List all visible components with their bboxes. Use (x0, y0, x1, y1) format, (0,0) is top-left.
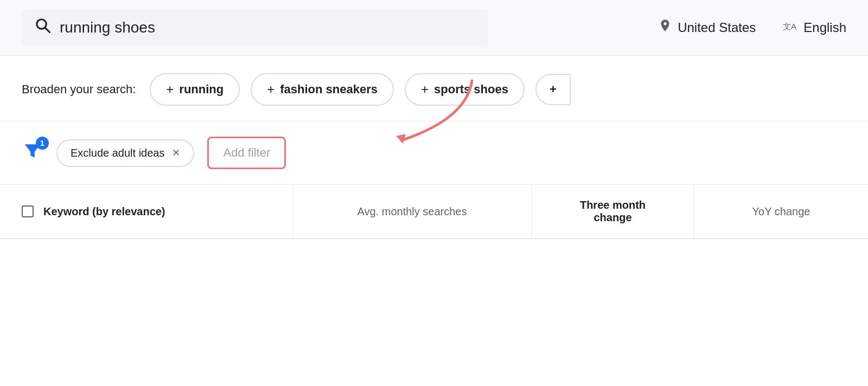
broaden-section: Broaden your search: + running + fashion… (0, 56, 868, 121)
select-all-checkbox[interactable] (22, 205, 34, 217)
table-col-keyword: Keyword (by relevance) (0, 185, 293, 238)
filter-icon-wrap[interactable]: 1 (22, 141, 43, 165)
col-yoy-label: YoY change (752, 205, 810, 218)
search-icon (35, 17, 51, 37)
broaden-label: Broaden your search: (22, 82, 136, 97)
suggestion-chip-running[interactable]: + running (150, 73, 240, 106)
suggestion-chip-sports-shoes[interactable]: + sports shoes (405, 73, 525, 106)
language-label: English (803, 20, 846, 35)
filter-wrapper: 1 Exclude adult ideas ✕ Add filter (0, 121, 868, 185)
location-icon (658, 18, 672, 36)
table-col-avg-monthly: Avg. monthly searches (293, 185, 532, 238)
suggestion-chip-fashion-sneakers[interactable]: + fashion sneakers (251, 73, 394, 106)
exclude-adult-filter-chip[interactable]: Exclude adult ideas ✕ (56, 139, 194, 167)
table-col-yoy: YoY change (694, 185, 868, 238)
table-header: Keyword (by relevance) Avg. monthly sear… (0, 185, 868, 239)
filter-badge-count: 1 (36, 137, 49, 150)
close-icon[interactable]: ✕ (172, 147, 180, 159)
chip-label-running: running (179, 82, 224, 97)
plus-icon: + (267, 82, 275, 97)
col-keyword-label: Keyword (by relevance) (43, 205, 165, 218)
translate-icon: 文A (782, 18, 798, 36)
search-query-text: running shoes (60, 19, 155, 36)
svg-line-1 (45, 28, 49, 32)
plus-icon: + (550, 82, 557, 97)
add-filter-button[interactable]: Add filter (207, 137, 286, 169)
filter-chip-label: Exclude adult ideas (71, 147, 164, 159)
col-three-month-label: Three monthchange (580, 199, 646, 224)
plus-icon: + (166, 82, 174, 97)
suggestion-chip-more[interactable]: + (535, 74, 571, 105)
add-filter-label: Add filter (223, 146, 270, 159)
chip-label-fashion-sneakers: fashion sneakers (280, 82, 378, 97)
chip-label-sports-shoes: sports shoes (434, 82, 508, 97)
filter-section: 1 Exclude adult ideas ✕ Add filter (0, 121, 868, 185)
location-selector[interactable]: United States (658, 18, 756, 36)
location-label: United States (678, 20, 756, 35)
header-right: United States 文A English (658, 18, 846, 36)
col-avg-label: Avg. monthly searches (358, 205, 467, 218)
svg-text:文A: 文A (783, 22, 797, 31)
search-box[interactable]: running shoes (22, 10, 488, 45)
language-selector[interactable]: 文A English (782, 18, 846, 36)
plus-icon: + (421, 82, 429, 97)
search-section: running shoes United States 文A English (0, 0, 868, 55)
table-col-three-month: Three monthchange (532, 185, 694, 238)
